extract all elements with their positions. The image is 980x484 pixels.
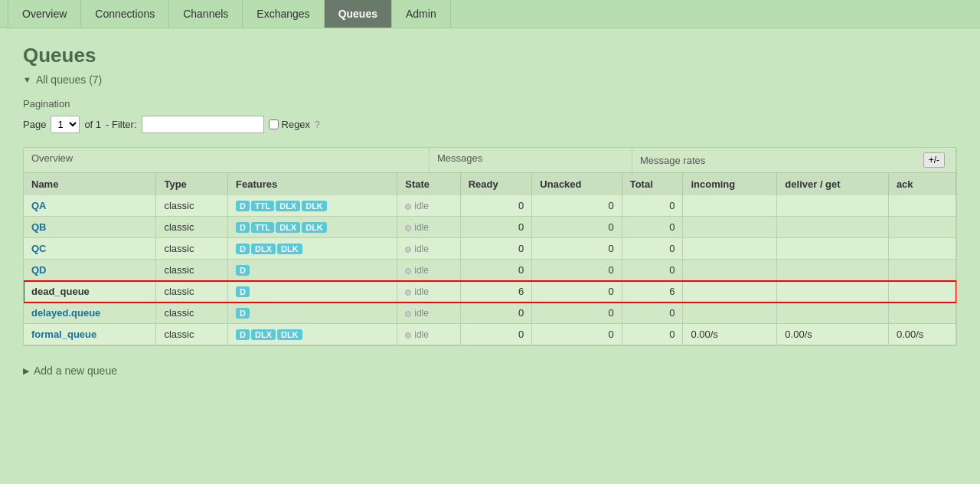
nav-overview[interactable]: Overview xyxy=(8,0,81,28)
state-text: idle xyxy=(414,222,429,233)
badge-ttl[interactable]: TTL xyxy=(251,222,274,233)
queue-features: DDLXDLK xyxy=(228,238,397,260)
badge-dlk[interactable]: DLK xyxy=(277,244,302,254)
state-text: idle xyxy=(414,329,429,340)
queues-table-container: Overview Messages Message rates +/- Name… xyxy=(23,147,957,346)
queue-ready: 0 xyxy=(460,324,532,345)
queue-features: DDLXDLK xyxy=(228,324,397,345)
state-text: idle xyxy=(414,308,429,319)
queue-incoming xyxy=(683,195,777,217)
state-dot-icon xyxy=(405,225,411,231)
col-ready: Ready xyxy=(460,173,532,195)
badge-dlx[interactable]: DLX xyxy=(251,329,276,340)
queue-unacked: 0 xyxy=(532,302,622,324)
filter-input[interactable] xyxy=(142,116,264,133)
queue-state: idle xyxy=(397,281,460,302)
queue-total: 0 xyxy=(622,260,683,281)
section-header[interactable]: ▼ All queues (7) xyxy=(23,74,957,86)
nav-queues[interactable]: Queues xyxy=(325,0,392,28)
queue-name[interactable]: dead_queue xyxy=(24,281,156,302)
queue-total: 0 xyxy=(622,217,683,238)
badge-dlk[interactable]: DLK xyxy=(277,329,302,340)
pagination-section: Pagination Page 1 of 1 - Filter: Regex ? xyxy=(23,98,957,133)
table-row[interactable]: QAclassicDTTLDLXDLKidle000 xyxy=(24,195,956,217)
queue-deliver-get: 0.00/s xyxy=(777,324,889,345)
badge-dlx[interactable]: DLX xyxy=(276,222,300,233)
table-row[interactable]: QCclassicDDLXDLKidle000 xyxy=(24,238,956,260)
table-row[interactable]: formal_queueclassicDDLXDLKidle0000.00/s0… xyxy=(24,324,956,345)
table-section-headers: Overview Messages Message rates +/- xyxy=(24,148,956,173)
queue-unacked: 0 xyxy=(532,324,622,345)
table-header-row: Name Type Features State Ready Unacked T… xyxy=(24,173,956,195)
queue-name[interactable]: QD xyxy=(24,260,156,281)
queue-name[interactable]: QA xyxy=(24,195,156,217)
queue-ready: 0 xyxy=(460,302,532,324)
queue-features: D xyxy=(228,260,397,281)
queue-ready: 6 xyxy=(460,281,532,302)
badge-d[interactable]: D xyxy=(236,265,250,276)
queue-name[interactable]: QB xyxy=(24,217,156,238)
badge-dlk[interactable]: DLK xyxy=(302,222,327,233)
of-label: of 1 xyxy=(84,119,101,130)
table-row[interactable]: dead_queueclassicDidle606 xyxy=(24,281,956,302)
page-label: Page xyxy=(23,119,46,130)
queue-ack xyxy=(888,260,956,281)
queue-name[interactable]: formal_queue xyxy=(24,324,156,345)
table-row[interactable]: QDclassicDidle000 xyxy=(24,260,956,281)
queue-total: 6 xyxy=(622,281,683,302)
badge-dlx[interactable]: DLX xyxy=(251,244,276,254)
regex-checkbox[interactable] xyxy=(269,119,279,129)
queues-table: Name Type Features State Ready Unacked T… xyxy=(24,173,956,345)
queue-ack xyxy=(888,281,956,302)
queue-features: D xyxy=(228,302,397,324)
queue-unacked: 0 xyxy=(532,195,622,217)
queue-incoming xyxy=(683,260,777,281)
queue-name[interactable]: delayed.queue xyxy=(24,302,156,324)
badge-dlx[interactable]: DLX xyxy=(276,201,300,211)
badge-d[interactable]: D xyxy=(236,222,250,233)
queue-unacked: 0 xyxy=(532,281,622,302)
pagination-label: Pagination xyxy=(23,98,957,110)
queue-total: 0 xyxy=(622,324,683,345)
queue-deliver-get xyxy=(777,260,889,281)
plus-minus-button[interactable]: +/- xyxy=(923,152,945,168)
queue-ready: 0 xyxy=(460,260,532,281)
queue-deliver-get xyxy=(777,302,889,324)
state-text: idle xyxy=(414,244,429,254)
col-features: Features xyxy=(228,173,397,195)
nav-exchanges[interactable]: Exchanges xyxy=(243,0,324,28)
queue-deliver-get xyxy=(777,195,889,217)
regex-label[interactable]: Regex xyxy=(269,119,311,130)
page-title: Queues xyxy=(23,44,957,67)
section-overview: Overview xyxy=(24,148,430,172)
nav-channels[interactable]: Channels xyxy=(169,0,243,28)
queue-ack xyxy=(888,217,956,238)
badge-ttl[interactable]: TTL xyxy=(251,201,274,211)
queue-unacked: 0 xyxy=(532,260,622,281)
queue-type: classic xyxy=(156,238,228,260)
regex-help-icon[interactable]: ? xyxy=(315,119,320,130)
col-unacked: Unacked xyxy=(532,173,622,195)
badge-dlk[interactable]: DLK xyxy=(302,201,327,211)
queue-unacked: 0 xyxy=(532,238,622,260)
add-queue-section[interactable]: ▶ Add a new queue xyxy=(23,361,957,380)
nav-connections[interactable]: Connections xyxy=(81,0,169,28)
page-select[interactable]: 1 xyxy=(51,116,80,133)
badge-d[interactable]: D xyxy=(236,308,250,319)
queue-state: idle xyxy=(397,324,460,345)
badge-d[interactable]: D xyxy=(236,244,250,254)
queue-type: classic xyxy=(156,302,228,324)
badge-d[interactable]: D xyxy=(236,286,250,297)
queue-state: idle xyxy=(397,217,460,238)
msg-rates-label: Message rates xyxy=(640,155,705,166)
badge-d[interactable]: D xyxy=(236,329,250,340)
table-row[interactable]: delayed.queueclassicDidle000 xyxy=(24,302,956,324)
nav-admin[interactable]: Admin xyxy=(392,0,451,28)
queue-type: classic xyxy=(156,195,228,217)
queue-features: D xyxy=(228,281,397,302)
table-row[interactable]: QBclassicDTTLDLXDLKidle000 xyxy=(24,217,956,238)
col-deliver-get: deliver / get xyxy=(777,173,889,195)
col-name: Name xyxy=(24,173,156,195)
queue-name[interactable]: QC xyxy=(24,238,156,260)
badge-d[interactable]: D xyxy=(236,201,250,211)
